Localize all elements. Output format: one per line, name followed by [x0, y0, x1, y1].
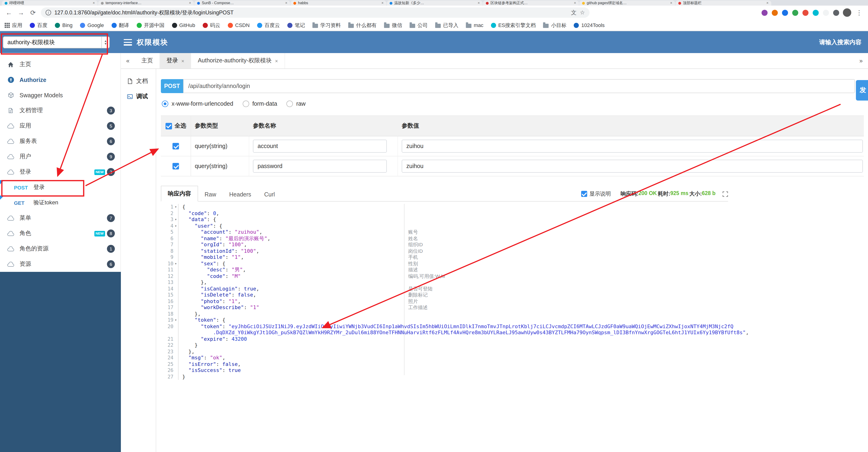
- row-checkbox[interactable]: [173, 143, 179, 149]
- param-name-input[interactable]: password: [253, 160, 387, 173]
- browser-tab[interactable]: habbs×: [290, 0, 386, 6]
- url-text[interactable]: 127.0.0.1:8760/api/gate/doc.html#/author…: [54, 9, 568, 16]
- fold-icon[interactable]: ▾: [174, 217, 178, 223]
- content-tab[interactable]: Authorize-authority-权限模块×: [191, 53, 285, 68]
- bookmark-item[interactable]: 笔记: [287, 22, 305, 29]
- bookmark-item[interactable]: 已导入: [435, 22, 458, 29]
- bookmark-item[interactable]: 翻译: [111, 22, 129, 29]
- bookmark-item[interactable]: 码云: [203, 22, 220, 29]
- tab-close-icon[interactable]: ×: [767, 1, 769, 5]
- extension-icon[interactable]: [792, 9, 798, 16]
- bookmark-item[interactable]: 小目标: [543, 22, 566, 29]
- radio-icon[interactable]: [162, 101, 168, 107]
- body-type-option[interactable]: form-data: [243, 101, 277, 107]
- sidebar-item[interactable]: Authorize: [0, 72, 120, 87]
- sidebar-item[interactable]: 资源6: [0, 256, 120, 272]
- tab-close-icon[interactable]: ×: [189, 1, 191, 5]
- sidebar-item[interactable]: 应用5: [0, 118, 120, 134]
- sidebar-item[interactable]: 用户9: [0, 149, 120, 164]
- body-type-option[interactable]: x-www-form-urlencoded: [162, 101, 233, 107]
- extension-icon[interactable]: [802, 9, 808, 16]
- profile-avatar[interactable]: [843, 8, 851, 17]
- extension-icon[interactable]: [782, 9, 788, 16]
- param-value-input[interactable]: zuihou: [402, 140, 863, 153]
- fold-icon[interactable]: ▾: [174, 260, 178, 267]
- sidebar-item[interactable]: 主页: [0, 57, 120, 72]
- tab-close-icon[interactable]: ×: [574, 1, 576, 5]
- param-value-input[interactable]: zuihou: [402, 160, 863, 173]
- send-button[interactable]: 发: [856, 80, 868, 101]
- tab-close-icon[interactable]: ×: [285, 1, 287, 5]
- bookmark-item[interactable]: mac: [466, 22, 484, 28]
- hamburger-icon[interactable]: [124, 39, 132, 47]
- browser-tab[interactable]: 温故知新《多少…×: [387, 0, 483, 6]
- content-tab[interactable]: 登录×: [160, 53, 191, 68]
- tab-close-icon[interactable]: ×: [275, 58, 278, 63]
- request-path-input[interactable]: /api/authority/anno/login: [183, 79, 855, 93]
- fullscreen-icon[interactable]: [722, 191, 728, 197]
- browser-tab[interactable]: SunB - Compose…×: [194, 0, 290, 6]
- response-tab[interactable]: Raw: [198, 188, 223, 201]
- bookmark-item[interactable]: 什么都有: [348, 22, 377, 29]
- side-tab-debug[interactable]: 调试: [121, 89, 156, 104]
- bookmark-item[interactable]: Bing: [55, 22, 72, 28]
- bookmark-item[interactable]: Google: [80, 22, 104, 28]
- extension-icon[interactable]: [823, 9, 829, 16]
- select-all-checkbox[interactable]: [165, 123, 172, 129]
- bookmark-item[interactable]: 应用: [5, 22, 22, 29]
- extension-icon[interactable]: [813, 9, 819, 16]
- reload-button[interactable]: ⟳: [29, 9, 37, 16]
- response-tab[interactable]: 响应内容: [161, 186, 198, 202]
- tab-close-icon[interactable]: ×: [381, 1, 383, 5]
- bookmark-item[interactable]: ES搜索引擎文档: [491, 22, 535, 29]
- service-group-select[interactable]: authority-权限模块 ▲ ▼: [3, 36, 110, 49]
- content-tab[interactable]: 主页: [135, 53, 160, 68]
- bookmark-item[interactable]: 开源中国: [136, 22, 164, 29]
- bookmark-item[interactable]: 微信: [384, 22, 402, 29]
- bookmark-item[interactable]: GitHub: [172, 22, 195, 28]
- row-checkbox[interactable]: [173, 163, 179, 169]
- radio-icon[interactable]: [243, 101, 249, 107]
- sidebar-item[interactable]: 菜单7: [0, 210, 120, 226]
- browser-tab[interactable]: 哔哩哔哩×: [2, 0, 98, 6]
- param-name-input[interactable]: account: [253, 140, 387, 153]
- extension-icon[interactable]: [762, 9, 768, 16]
- bookmark-item[interactable]: 公司: [410, 22, 428, 29]
- bookmark-item[interactable]: 1024Tools: [574, 22, 604, 28]
- response-tab[interactable]: Headers: [223, 188, 258, 201]
- response-tab[interactable]: Curl: [258, 188, 281, 201]
- radio-icon[interactable]: [286, 101, 293, 107]
- body-type-option[interactable]: raw: [286, 101, 305, 107]
- show-desc-checkbox[interactable]: [581, 191, 587, 197]
- browser-tab[interactable]: 区块链参考架构正式…×: [483, 0, 579, 6]
- sidebar-item[interactable]: 文档管理3: [0, 103, 120, 118]
- sidebar-item[interactable]: 服务表6: [0, 134, 120, 149]
- sidebar-item[interactable]: 角色NEW8: [0, 226, 120, 241]
- tab-close-icon[interactable]: ×: [181, 58, 184, 63]
- sidebar-endpoint-get[interactable]: GET验证token: [0, 195, 120, 210]
- fold-icon[interactable]: ▾: [174, 223, 178, 229]
- bookmark-item[interactable]: 学习资料: [312, 22, 341, 29]
- sidebar-item[interactable]: 登录NEW2: [0, 164, 120, 180]
- fold-icon[interactable]: ▾: [174, 204, 178, 210]
- sidebar-item[interactable]: Swagger Models: [0, 87, 120, 103]
- tab-close-icon[interactable]: ×: [670, 1, 672, 5]
- translate-icon[interactable]: 文: [571, 9, 577, 17]
- tab-scroll-left-icon[interactable]: «: [121, 57, 135, 64]
- bookmark-star-icon[interactable]: ☆: [580, 9, 585, 16]
- browser-menu-icon[interactable]: ⋮: [855, 9, 863, 16]
- tab-close-icon[interactable]: ×: [93, 1, 95, 5]
- bookmark-item[interactable]: 百度云: [257, 22, 280, 29]
- address-bar[interactable]: i 127.0.0.1:8760/api/gate/doc.html#/auth…: [41, 7, 590, 18]
- browser-tab[interactable]: temporary-interface…×: [98, 0, 194, 6]
- tab-scroll-right-icon[interactable]: »: [854, 57, 868, 64]
- search-input[interactable]: 请输入搜索内容: [819, 38, 862, 47]
- bookmark-item[interactable]: 百度: [30, 22, 48, 29]
- extension-icon[interactable]: [833, 9, 839, 16]
- bookmark-item[interactable]: CSDN: [228, 22, 250, 28]
- fold-icon[interactable]: ▾: [174, 317, 178, 323]
- site-info-icon[interactable]: i: [45, 10, 51, 16]
- side-tab-doc[interactable]: 文档: [121, 74, 156, 89]
- forward-button[interactable]: →: [17, 9, 25, 16]
- extension-icon[interactable]: [772, 9, 778, 16]
